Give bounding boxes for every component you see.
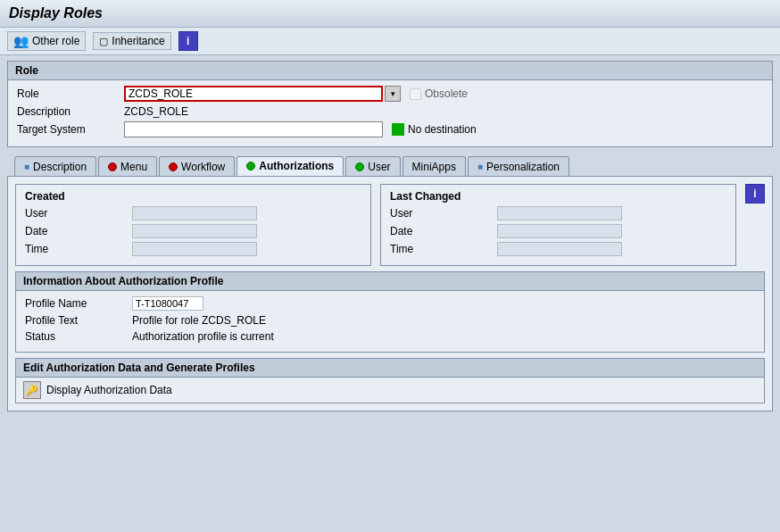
inheritance-button[interactable]: ▢ Inheritance [93,32,170,50]
created-time-label: Time [25,243,132,255]
created-time-input[interactable] [132,242,257,256]
workflow-tab-label: Workflow [181,161,225,173]
inheritance-icon: ▢ [99,36,108,47]
role-label: Role [17,87,124,100]
created-user-row: User [25,206,361,220]
changed-user-label: User [390,207,497,220]
profile-name-label: Profile Name [25,297,132,310]
tab-info-button[interactable]: i [745,184,765,204]
miniapps-tab-label: MiniApps [412,161,456,173]
profile-text-row: Profile Text Profile for role ZCDS_ROLE [25,314,755,327]
tab-workflow[interactable]: Workflow [159,156,235,176]
tab-personalization[interactable]: ■ Personalization [468,156,569,176]
target-system-row: Target System No destination [17,121,763,137]
status-row: Status Authorization profile is current [25,330,755,343]
created-box: Created User Date Time [15,184,371,266]
profile-name-row: Profile Name [25,296,755,311]
edit-auth-panel: Edit Authorization Data and Generate Pro… [15,358,765,403]
info-icon: i [187,35,189,47]
tab-content: Created User Date Time Last Changed [7,177,773,411]
created-user-label: User [25,207,132,220]
role-panel-body: Role ▾ Obsolete Description ZCDS_ROLE Ta… [8,80,772,146]
changed-user-input[interactable] [497,206,622,220]
display-auth-icon: 🔑 [23,381,41,399]
description-label: Description [17,105,124,118]
description-tab-label: Description [33,161,87,173]
obsolete-label: Obsolete [425,87,468,100]
toolbar: 👥 Other role ▢ Inheritance i [0,28,780,55]
user-tab-dot [355,162,364,171]
auth-profile-panel: Information About Authorization Profile … [15,271,765,353]
workflow-tab-dot [169,162,178,171]
description-row: Description ZCDS_ROLE [17,105,763,118]
page-title: Display Roles [9,5,103,21]
personalization-tab-icon: ■ [477,162,483,171]
changed-time-row: Time [390,242,726,256]
tab-user[interactable]: User [345,156,400,176]
auth-profile-body: Profile Name Profile Text Profile for ro… [16,291,764,352]
destination-status-icon [392,123,404,136]
tab-authorizations[interactable]: Authorizations [236,156,344,176]
menu-tab-dot [108,162,117,171]
authorizations-tab-label: Authorizations [259,160,334,172]
personalization-tab-label: Personalization [486,161,560,173]
tab-info-icon: i [753,187,756,200]
created-date-label: Date [25,225,132,237]
changed-date-input[interactable] [497,224,622,238]
display-auth-button[interactable]: 🔑 Display Authorization Data [16,378,764,403]
tab-description[interactable]: ■ Description [14,156,96,176]
last-changed-title: Last Changed [390,190,726,203]
created-time-row: Time [25,242,361,256]
last-changed-box: Last Changed User Date Time [380,184,736,266]
description-tab-icon: ■ [24,162,29,171]
changed-date-row: Date [390,224,726,238]
role-input[interactable] [124,86,383,102]
changed-date-label: Date [390,225,497,237]
target-system-input[interactable] [124,121,383,137]
role-panel-header: Role [8,62,772,80]
profile-text-value: Profile for role ZCDS_ROLE [132,314,266,327]
changed-time-label: Time [390,243,497,255]
created-date-input[interactable] [132,224,257,238]
role-picker-icon: ▾ [391,89,395,98]
title-bar: Display Roles [0,0,780,28]
obsolete-checkbox-label: Obsolete [410,87,468,100]
other-role-button[interactable]: 👥 Other role [7,31,86,51]
created-user-input[interactable] [132,206,257,220]
authorizations-tab-dot [246,162,255,170]
main-content: Role Role ▾ Obsolete Description ZCDS_RO… [0,55,780,417]
status-label: Status [25,330,132,343]
status-value: Authorization profile is current [132,330,274,343]
other-role-label: Other role [32,35,79,47]
menu-tab-label: Menu [120,161,147,173]
edit-auth-header: Edit Authorization Data and Generate Pro… [16,359,764,378]
user-tab-label: User [368,161,390,173]
inheritance-label: Inheritance [112,35,164,47]
info-button[interactable]: i [178,31,198,51]
role-picker-button[interactable]: ▾ [385,86,401,102]
tab-menu[interactable]: Menu [98,156,157,176]
changed-time-input[interactable] [497,242,622,256]
key-icon: 🔑 [26,385,38,396]
created-date-row: Date [25,224,361,238]
created-title: Created [25,190,361,203]
auth-profile-header: Information About Authorization Profile [16,272,764,291]
profile-text-label: Profile Text [25,314,132,327]
profile-name-input[interactable] [132,296,203,311]
obsolete-checkbox[interactable] [410,88,421,100]
target-system-label: Target System [17,123,124,136]
tabs-bar: ■ Description Menu Workflow Authorizatio… [7,153,773,177]
role-row: Role ▾ Obsolete [17,86,763,102]
tab-miniapps[interactable]: MiniApps [402,156,466,176]
display-auth-label: Display Authorization Data [46,384,172,396]
other-role-icon: 👥 [13,34,29,48]
description-value: ZCDS_ROLE [124,105,188,118]
no-destination-label: No destination [408,123,477,136]
role-panel: Role Role ▾ Obsolete Description ZCDS_RO… [7,61,773,147]
changed-user-row: User [390,206,726,220]
